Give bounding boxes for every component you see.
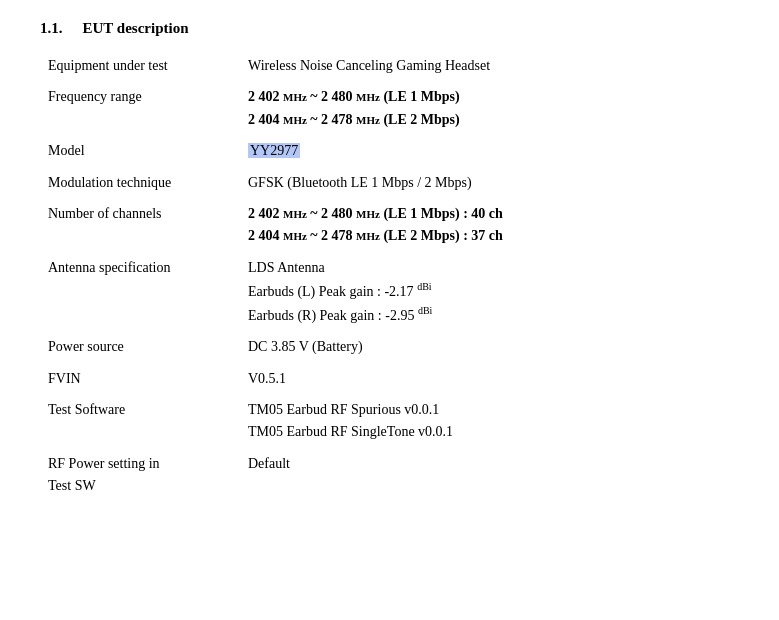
row-value: 2 402 MHz ~ 2 480 MHz (LE 1 Mbps)2 404 M… <box>240 82 739 134</box>
table-row: Power sourceDC 3.85 V (Battery) <box>40 332 739 361</box>
row-value: DC 3.85 V (Battery) <box>240 332 739 361</box>
value-line: GFSK (Bluetooth LE 1 Mbps / 2 Mbps) <box>248 172 731 194</box>
row-label: Number of channels <box>40 199 240 251</box>
eut-description-table: Equipment under testWireless Noise Cance… <box>40 51 739 501</box>
value-line: V0.5.1 <box>248 368 731 390</box>
table-row: Number of channels2 402 MHz ~ 2 480 MHz … <box>40 199 739 251</box>
row-label: Equipment under test <box>40 51 240 80</box>
table-row: Test SoftwareTM05 Earbud RF Spurious v0.… <box>40 395 739 447</box>
value-line: 2 404 MHz ~ 2 478 MHz (LE 2 Mbps) <box>248 109 731 131</box>
row-value: V0.5.1 <box>240 364 739 393</box>
row-value: YY2977 <box>240 136 739 165</box>
section-number: 1.1. <box>40 20 63 37</box>
value-line: 2 404 MHz ~ 2 478 MHz (LE 2 Mbps) : 37 c… <box>248 225 731 247</box>
value-line: YY2977 <box>248 140 731 162</box>
table-row: Frequency range2 402 MHz ~ 2 480 MHz (LE… <box>40 82 739 134</box>
value-line: DC 3.85 V (Battery) <box>248 336 731 358</box>
row-label: RF Power setting in Test SW <box>40 449 240 501</box>
row-label: Model <box>40 136 240 165</box>
table-row: Modulation techniqueGFSK (Bluetooth LE 1… <box>40 168 739 197</box>
row-label: Power source <box>40 332 240 361</box>
value-line: TM05 Earbud RF Spurious v0.0.1 <box>248 399 731 421</box>
section-title: 1.1. EUT description <box>40 20 739 37</box>
highlighted-value: YY2977 <box>248 143 300 158</box>
row-label: Modulation technique <box>40 168 240 197</box>
value-line: 2 402 MHz ~ 2 480 MHz (LE 1 Mbps) : 40 c… <box>248 203 731 225</box>
row-value: Default <box>240 449 739 501</box>
row-value: Wireless Noise Canceling Gaming Headset <box>240 51 739 80</box>
row-value: LDS AntennaEarbuds (L) Peak gain : -2.17… <box>240 253 739 330</box>
row-label: Test Software <box>40 395 240 447</box>
value-line: Earbuds (L) Peak gain : -2.17 dBi <box>248 279 731 303</box>
row-label: FVIN <box>40 364 240 393</box>
value-line: Wireless Noise Canceling Gaming Headset <box>248 55 731 77</box>
value-line: TM05 Earbud RF SingleTone v0.0.1 <box>248 421 731 443</box>
table-row: FVINV0.5.1 <box>40 364 739 393</box>
value-line: Default <box>248 453 731 475</box>
table-row: RF Power setting in Test SWDefault <box>40 449 739 501</box>
row-value: TM05 Earbud RF Spurious v0.0.1TM05 Earbu… <box>240 395 739 447</box>
row-value: GFSK (Bluetooth LE 1 Mbps / 2 Mbps) <box>240 168 739 197</box>
section-heading: EUT description <box>83 20 189 37</box>
table-row: Antenna specificationLDS AntennaEarbuds … <box>40 253 739 330</box>
row-value: 2 402 MHz ~ 2 480 MHz (LE 1 Mbps) : 40 c… <box>240 199 739 251</box>
value-line: LDS Antenna <box>248 257 731 279</box>
table-row: Equipment under testWireless Noise Cance… <box>40 51 739 80</box>
value-line: 2 402 MHz ~ 2 480 MHz (LE 1 Mbps) <box>248 86 731 108</box>
table-row: ModelYY2977 <box>40 136 739 165</box>
row-label: Antenna specification <box>40 253 240 330</box>
value-line: Earbuds (R) Peak gain : -2.95 dBi <box>248 303 731 327</box>
row-label: Frequency range <box>40 82 240 134</box>
